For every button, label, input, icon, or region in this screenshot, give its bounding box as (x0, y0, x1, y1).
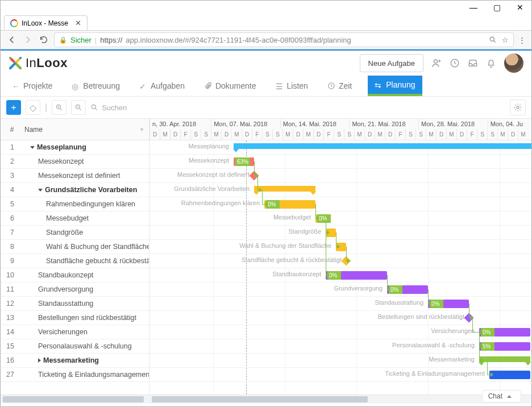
browser-tab[interactable]: InLoox - Messe ✕ (4, 15, 88, 30)
tab-close-icon[interactable]: ✕ (75, 19, 81, 27)
window-close-icon[interactable]: ✕ (517, 3, 523, 12)
task-row[interactable]: 9Standfläche gebucht & rückbestätigt (1, 254, 149, 268)
gantt-row[interactable]: Standbaukonzept0% (149, 268, 531, 283)
gantt-row[interactable]: Messeplanung (149, 140, 531, 155)
col-name-header[interactable]: Name (24, 126, 134, 134)
task-bar[interactable] (489, 371, 530, 379)
nav-support[interactable]: ◎Betreuung (68, 76, 123, 96)
history-icon[interactable] (450, 58, 460, 68)
gantt-row[interactable]: Ticketing & Einladungsmanagement (149, 368, 531, 382)
gantt-row[interactable]: Grundsätzliche Vorarbeiten (149, 183, 531, 197)
task-row[interactable]: 15Personalauswahl & -schulung (1, 339, 149, 354)
gantt-row[interactable]: Standfläche gebucht & rückbestätigt (149, 254, 531, 268)
user-avatar[interactable] (504, 53, 523, 73)
gantt-row[interactable]: Messekonzept63% (149, 155, 531, 169)
week-header: Mon, 28. Mai. 2018 (418, 119, 488, 129)
settings-button[interactable] (510, 99, 526, 115)
task-name: Ticketing & Einladungsmanagement (38, 371, 149, 379)
gantt-row[interactable]: Personalauswahl & -schulung5% (149, 339, 531, 354)
task-bar[interactable]: 0% (387, 285, 428, 294)
task-index: 7 (1, 229, 18, 236)
add-button[interactable]: ＋ (6, 100, 21, 115)
caret-icon[interactable] (38, 189, 43, 192)
col-index-header[interactable]: # (6, 126, 18, 134)
caret-icon[interactable] (30, 146, 35, 149)
chevron-down-icon[interactable]: ▾ (140, 126, 143, 132)
summary-bar[interactable] (234, 143, 531, 149)
gantt-row[interactable]: Messekonzept ist definiert (149, 169, 531, 183)
task-name: Rahmenbedingungen klären (46, 200, 135, 208)
bookmark-icon[interactable]: ☆ (502, 36, 509, 44)
window-minimize-icon[interactable]: — (469, 3, 477, 12)
day-header: M (354, 129, 364, 140)
new-task-button[interactable]: Neue Aufgabe (360, 54, 423, 72)
task-index: 15 (1, 342, 18, 350)
task-bar[interactable]: 0% (326, 271, 387, 280)
search-in-page-icon[interactable] (487, 34, 498, 45)
task-row[interactable]: 16Messemarketing (1, 354, 149, 368)
url-text: app.inlooxnow.de/#/924c7721-1191-4f45-ac… (126, 36, 351, 44)
nav-projects[interactable]: ←Projekte (9, 76, 56, 96)
gantt-row[interactable]: Messebudget0% (149, 211, 531, 226)
gantt-row[interactable]: Wahl & Buchung der Standfläche (149, 240, 531, 254)
browser-tab-title: InLoox - Messe (22, 19, 68, 27)
task-row[interactable]: 12Standausstattung (1, 297, 149, 311)
summary-bar[interactable] (254, 186, 315, 192)
app-logo-text: InLoox (26, 56, 68, 70)
search-input[interactable]: Suchen (90, 103, 505, 112)
gantt-row[interactable]: Messemarketing (149, 354, 531, 368)
nav-tasks[interactable]: ✓Aufgaben (136, 76, 188, 96)
new-tab-button[interactable] (90, 18, 102, 29)
task-row[interactable]: 27Ticketing & Einladungsmanagement (1, 368, 149, 382)
task-bar[interactable]: 0% (264, 200, 315, 209)
task-bar[interactable]: 0% (479, 328, 530, 337)
chat-button[interactable]: Chat (482, 390, 521, 402)
task-row[interactable]: 3Messekonzept ist definiert (1, 169, 149, 183)
reload-button[interactable] (38, 34, 49, 45)
address-bar[interactable]: 🔒 Sicher | https://app.inlooxnow.de/#/92… (54, 32, 514, 47)
nav-documents[interactable]: Dokumente (201, 76, 260, 96)
task-bar[interactable]: 5% (479, 342, 530, 351)
caret-icon[interactable] (38, 358, 41, 363)
task-row[interactable]: 5Rahmenbedingungen klären (1, 197, 149, 211)
back-button[interactable] (6, 34, 18, 45)
task-row[interactable]: 14Versicherungen (1, 325, 149, 339)
forward-button[interactable] (22, 34, 34, 45)
task-row[interactable]: 2Messekonzept (1, 155, 149, 169)
zoom-out-button[interactable] (71, 100, 86, 115)
gantt-row[interactable]: Standgröße (149, 226, 531, 240)
task-row[interactable]: 7Standgröße (1, 226, 149, 240)
gantt-row[interactable]: Bestellungen sind rückbestätigt (149, 311, 531, 325)
nav-time[interactable]: Zeit (324, 76, 355, 96)
day-header: D (221, 129, 231, 140)
task-index: 27 (1, 371, 18, 379)
day-header: M (231, 129, 242, 140)
day-header: S (201, 129, 211, 140)
gantt-row[interactable]: Rahmenbedingungen klären0% (149, 197, 531, 211)
bell-icon[interactable] (486, 58, 496, 68)
task-row[interactable]: 8Wahl & Buchung der Standfläche (1, 240, 149, 254)
task-row[interactable]: 1Messeplanung (1, 140, 149, 155)
task-index: 8 (1, 243, 18, 251)
nav-lists[interactable]: ☰Listen (272, 76, 311, 96)
day-header: D (242, 129, 252, 140)
nav-planning[interactable]: ⇆Planung (368, 76, 422, 96)
zoom-in-button[interactable] (52, 100, 66, 115)
diamond-button[interactable]: ◇ (26, 100, 40, 115)
task-row[interactable]: 13Bestellungen sind rückbestätigt (1, 311, 149, 325)
gantt-row[interactable]: Standausstattung0% (149, 297, 531, 311)
task-row[interactable]: 6Messebudget (1, 211, 149, 226)
window-maximize-icon[interactable]: ▢ (493, 3, 501, 12)
gantt-label: Standfläche gebucht & rückbestätigt (242, 256, 342, 263)
gantt-row[interactable]: Grundversorgung0% (149, 283, 531, 297)
task-row[interactable]: 11Grundversorgung (1, 283, 149, 297)
inbox-icon[interactable] (468, 58, 478, 68)
add-user-icon[interactable] (431, 58, 442, 68)
task-row[interactable]: 10Standbaukonzept (1, 268, 149, 283)
browser-menu-icon[interactable]: ⋮ (518, 36, 526, 44)
task-row[interactable]: 4Grundsätzliche Vorarbeiten (1, 183, 149, 197)
day-header: S (405, 129, 415, 140)
day-header: M (160, 129, 170, 140)
task-bar[interactable]: 0% (428, 300, 469, 308)
task-bar[interactable]: 63% (234, 157, 254, 166)
